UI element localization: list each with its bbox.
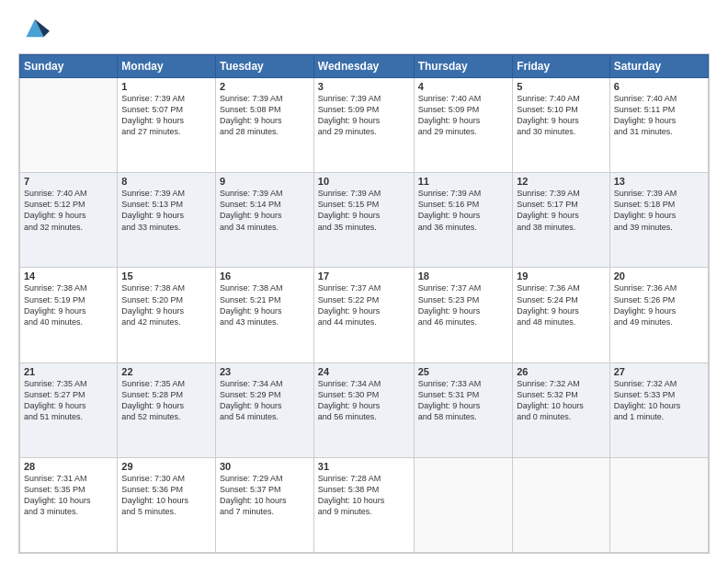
calendar-cell: 28Sunrise: 7:31 AM Sunset: 5:35 PM Dayli… (20, 457, 118, 552)
day-number: 1 (121, 81, 211, 92)
day-number: 30 (220, 461, 310, 472)
calendar-cell: 21Sunrise: 7:35 AM Sunset: 5:27 PM Dayli… (20, 362, 118, 457)
calendar: SundayMondayTuesdayWednesdayThursdayFrid… (18, 53, 710, 554)
weekday-header: Monday (118, 55, 216, 78)
calendar-cell: 27Sunrise: 7:32 AM Sunset: 5:33 PM Dayli… (609, 362, 708, 457)
day-number: 25 (418, 366, 509, 377)
calendar-cell: 19Sunrise: 7:36 AM Sunset: 5:24 PM Dayli… (513, 268, 610, 362)
calendar-cell: 10Sunrise: 7:39 AM Sunset: 5:15 PM Dayli… (313, 173, 414, 268)
calendar-cell: 4Sunrise: 7:40 AM Sunset: 5:09 PM Daylig… (414, 78, 513, 173)
day-info: Sunrise: 7:39 AM Sunset: 5:16 PM Dayligh… (418, 188, 509, 233)
day-number: 3 (318, 81, 410, 92)
calendar-cell: 8Sunrise: 7:39 AM Sunset: 5:13 PM Daylig… (118, 173, 216, 268)
day-number: 14 (24, 270, 113, 282)
day-number: 22 (121, 366, 211, 377)
day-info: Sunrise: 7:39 AM Sunset: 5:17 PM Dayligh… (517, 188, 606, 233)
calendar-cell: 26Sunrise: 7:32 AM Sunset: 5:32 PM Dayli… (513, 362, 610, 457)
calendar-cell: 23Sunrise: 7:34 AM Sunset: 5:29 PM Dayli… (215, 362, 313, 457)
logo (18, 15, 53, 44)
logo-icon (20, 15, 50, 40)
day-number: 13 (614, 176, 704, 187)
day-info: Sunrise: 7:34 AM Sunset: 5:29 PM Dayligh… (220, 378, 310, 423)
day-number: 26 (517, 366, 606, 377)
calendar-cell: 24Sunrise: 7:34 AM Sunset: 5:30 PM Dayli… (313, 362, 414, 457)
day-number: 21 (24, 366, 113, 377)
day-info: Sunrise: 7:39 AM Sunset: 5:07 PM Dayligh… (121, 93, 211, 138)
day-info: Sunrise: 7:35 AM Sunset: 5:27 PM Dayligh… (24, 378, 113, 423)
day-info: Sunrise: 7:29 AM Sunset: 5:37 PM Dayligh… (220, 473, 310, 518)
day-info: Sunrise: 7:39 AM Sunset: 5:18 PM Dayligh… (614, 188, 704, 233)
day-number: 16 (220, 270, 310, 282)
calendar-cell: 11Sunrise: 7:39 AM Sunset: 5:16 PM Dayli… (414, 173, 513, 268)
day-info: Sunrise: 7:40 AM Sunset: 5:09 PM Dayligh… (418, 93, 509, 138)
day-info: Sunrise: 7:38 AM Sunset: 5:20 PM Dayligh… (121, 282, 211, 327)
calendar-cell: 14Sunrise: 7:38 AM Sunset: 5:19 PM Dayli… (20, 268, 118, 362)
calendar-cell: 13Sunrise: 7:39 AM Sunset: 5:18 PM Dayli… (609, 173, 708, 268)
calendar-cell (20, 78, 118, 173)
weekday-header: Thursday (414, 55, 513, 78)
day-number: 19 (517, 270, 606, 282)
day-info: Sunrise: 7:40 AM Sunset: 5:10 PM Dayligh… (517, 93, 606, 138)
day-number: 9 (220, 176, 310, 187)
day-number: 10 (318, 176, 410, 187)
calendar-cell (609, 457, 708, 552)
day-number: 29 (121, 461, 211, 472)
calendar-cell: 16Sunrise: 7:38 AM Sunset: 5:21 PM Dayli… (215, 268, 313, 362)
day-number: 8 (121, 176, 211, 187)
day-info: Sunrise: 7:28 AM Sunset: 5:38 PM Dayligh… (318, 473, 410, 518)
day-number: 4 (418, 81, 509, 92)
day-info: Sunrise: 7:31 AM Sunset: 5:35 PM Dayligh… (24, 473, 113, 518)
calendar-cell (513, 457, 610, 552)
day-info: Sunrise: 7:35 AM Sunset: 5:28 PM Dayligh… (121, 378, 211, 423)
day-number: 28 (24, 461, 113, 472)
day-number: 20 (614, 270, 704, 282)
day-number: 11 (418, 176, 509, 187)
day-info: Sunrise: 7:36 AM Sunset: 5:26 PM Dayligh… (614, 282, 704, 327)
day-info: Sunrise: 7:37 AM Sunset: 5:22 PM Dayligh… (318, 282, 410, 327)
day-number: 15 (121, 270, 211, 282)
day-info: Sunrise: 7:34 AM Sunset: 5:30 PM Dayligh… (318, 378, 410, 423)
weekday-header: Sunday (20, 55, 118, 78)
calendar-cell: 3Sunrise: 7:39 AM Sunset: 5:09 PM Daylig… (313, 78, 414, 173)
day-number: 5 (517, 81, 606, 92)
weekday-header: Tuesday (215, 55, 313, 78)
calendar-cell: 29Sunrise: 7:30 AM Sunset: 5:36 PM Dayli… (118, 457, 216, 552)
calendar-cell: 9Sunrise: 7:39 AM Sunset: 5:14 PM Daylig… (215, 173, 313, 268)
calendar-cell: 15Sunrise: 7:38 AM Sunset: 5:20 PM Dayli… (118, 268, 216, 362)
day-number: 6 (614, 81, 704, 92)
calendar-cell: 6Sunrise: 7:40 AM Sunset: 5:11 PM Daylig… (609, 78, 708, 173)
calendar-cell: 30Sunrise: 7:29 AM Sunset: 5:37 PM Dayli… (215, 457, 313, 552)
day-info: Sunrise: 7:39 AM Sunset: 5:15 PM Dayligh… (318, 188, 410, 233)
weekday-header: Saturday (609, 55, 708, 78)
day-info: Sunrise: 7:33 AM Sunset: 5:31 PM Dayligh… (418, 378, 509, 423)
calendar-cell: 1Sunrise: 7:39 AM Sunset: 5:07 PM Daylig… (118, 78, 216, 173)
day-info: Sunrise: 7:39 AM Sunset: 5:14 PM Dayligh… (220, 188, 310, 233)
calendar-cell: 31Sunrise: 7:28 AM Sunset: 5:38 PM Dayli… (313, 457, 414, 552)
day-info: Sunrise: 7:36 AM Sunset: 5:24 PM Dayligh… (517, 282, 606, 327)
day-info: Sunrise: 7:40 AM Sunset: 5:12 PM Dayligh… (24, 188, 113, 233)
day-number: 17 (318, 270, 410, 282)
calendar-cell: 7Sunrise: 7:40 AM Sunset: 5:12 PM Daylig… (20, 173, 118, 268)
day-number: 27 (614, 366, 704, 377)
calendar-cell (414, 457, 513, 552)
day-number: 12 (517, 176, 606, 187)
day-info: Sunrise: 7:40 AM Sunset: 5:11 PM Dayligh… (614, 93, 704, 138)
day-info: Sunrise: 7:39 AM Sunset: 5:13 PM Dayligh… (121, 188, 211, 233)
day-info: Sunrise: 7:32 AM Sunset: 5:33 PM Dayligh… (614, 378, 704, 423)
calendar-cell: 17Sunrise: 7:37 AM Sunset: 5:22 PM Dayli… (313, 268, 414, 362)
day-number: 2 (220, 81, 310, 92)
weekday-header: Wednesday (313, 55, 414, 78)
day-number: 18 (418, 270, 509, 282)
day-number: 31 (318, 461, 410, 472)
day-info: Sunrise: 7:38 AM Sunset: 5:19 PM Dayligh… (24, 282, 113, 327)
day-number: 23 (220, 366, 310, 377)
calendar-header-row: SundayMondayTuesdayWednesdayThursdayFrid… (20, 55, 709, 78)
calendar-cell: 18Sunrise: 7:37 AM Sunset: 5:23 PM Dayli… (414, 268, 513, 362)
day-info: Sunrise: 7:30 AM Sunset: 5:36 PM Dayligh… (121, 473, 211, 518)
day-number: 24 (318, 366, 410, 377)
header (18, 15, 710, 44)
calendar-cell: 2Sunrise: 7:39 AM Sunset: 5:08 PM Daylig… (215, 78, 313, 173)
calendar-cell: 5Sunrise: 7:40 AM Sunset: 5:10 PM Daylig… (513, 78, 610, 173)
calendar-cell: 20Sunrise: 7:36 AM Sunset: 5:26 PM Dayli… (609, 268, 708, 362)
day-info: Sunrise: 7:32 AM Sunset: 5:32 PM Dayligh… (517, 378, 606, 423)
